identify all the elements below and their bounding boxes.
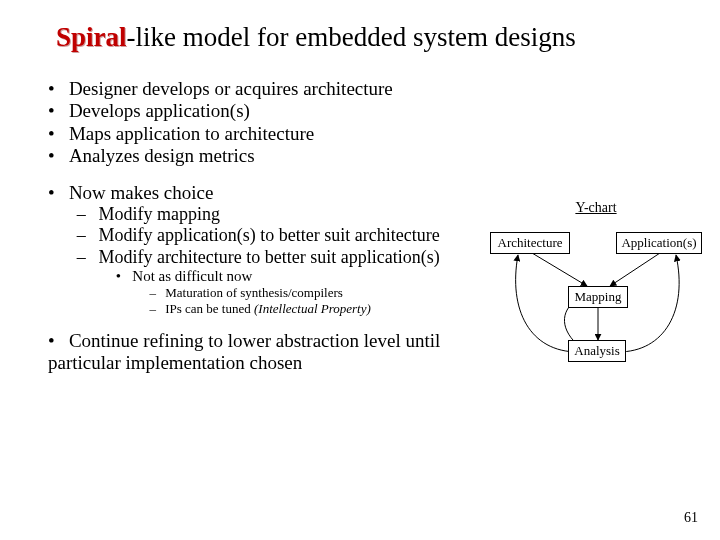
title-rest: -like model for embedded system designs (127, 22, 576, 52)
bullet-5: Now makes choice Modify mapping Modify a… (48, 182, 488, 316)
content-block: Designer develops or acquires architectu… (48, 78, 488, 375)
y-chart-diagram: Y-chart Architecture Application(s) Mapp… (490, 200, 702, 385)
bullet-2: Develops application(s) (48, 100, 488, 122)
bullet-5b: Modify application(s) to better suit arc… (77, 225, 488, 246)
svg-line-0 (532, 253, 587, 286)
bullet-5c1: Not as difficult now Maturation of synth… (116, 268, 488, 316)
slide-title: Spiral-like model for embedded system de… (0, 0, 720, 53)
box-architecture: Architecture (490, 232, 570, 254)
svg-line-1 (610, 253, 660, 286)
bullet-5c: Modify architecture to better suit appli… (77, 247, 488, 317)
bullet-5a: Modify mapping (77, 204, 488, 225)
bullet-5c1a: Maturation of synthesis/compilers (150, 285, 488, 300)
bullet-5c1b: IPs can be tuned (Intellectual Property) (150, 301, 488, 316)
bullet-6: Continue refining to lower abstraction l… (48, 330, 488, 375)
box-applications: Application(s) (616, 232, 702, 254)
box-mapping: Mapping (568, 286, 628, 308)
box-analysis: Analysis (568, 340, 626, 362)
title-emph: Spiral (56, 22, 127, 52)
bullet-4: Analyzes design metrics (48, 145, 488, 167)
bullet-1: Designer develops or acquires architectu… (48, 78, 488, 100)
page-number: 61 (684, 510, 698, 526)
bullet-3: Maps application to architecture (48, 123, 488, 145)
